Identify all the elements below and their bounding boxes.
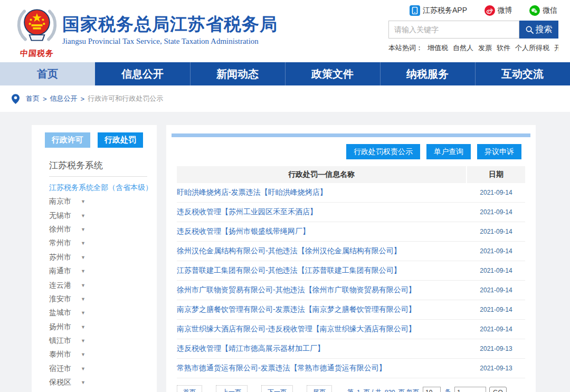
main-panel: 行政处罚权责公示 单户查询 异议申诉 行政处罚—信息名称 日期 盱眙洪峰烧烤店-… [166,125,536,392]
nav-item-tax-service[interactable]: 纳税服务 [380,62,475,85]
go-button[interactable]: GO [489,387,507,392]
crumb-current: 行政许可和行政处罚公示 [88,94,163,103]
table-row: 南京世织缘大酒店有限公司-违反税收管理【南京世织缘大酒店有限公司】2021-09… [177,320,525,339]
city-item-yangzhou[interactable]: 扬州市▼ [49,320,157,334]
row-link[interactable]: 违反税收管理【靖江市德高展示器材加工厂】 [177,344,467,353]
table-row: 江苏普联建工集团有限公司-其他违法【江苏普联建工集团有限公司】2021-09-1… [177,261,525,281]
hot-word-link[interactable]: 软件 [497,44,510,52]
city-item-suqian[interactable]: 宿迁市▼ [49,362,157,376]
city-label: 连云港 [49,281,71,290]
nav-item-home[interactable]: 首页 [0,62,95,85]
row-date: 2021-09-14 [467,208,525,216]
city-label: 常州市 [49,238,71,248]
city-item-yuanqu[interactable]: 园区▼ [49,389,157,392]
city-label: 南京市 [49,197,71,206]
city-item-huaian[interactable]: 淮安市▼ [49,292,157,306]
objection-appeal-button[interactable]: 异议申诉 [477,144,521,159]
logo-caption: 中国税务 [12,49,62,59]
nav-item-interaction[interactable]: 互动交流 [475,62,570,85]
row-date: 2021-09-14 [467,306,525,313]
prev-page-button[interactable]: 上一页 [216,385,248,392]
quick-links: 江苏税务APP 微博 微信 [388,4,558,16]
row-link[interactable]: 徐州市广联物资贸易有限公司-其他违法【徐州市广联物资贸易有限公司】 [177,285,467,295]
per-page-input[interactable] [423,387,441,392]
location-pin-icon [12,94,20,104]
hot-word-link[interactable]: 开 [554,44,558,52]
row-link[interactable]: 江苏普联建工集团有限公司-其他违法【江苏普联建工集团有限公司】 [177,266,467,275]
search-icon [526,26,534,34]
action-buttons: 行政处罚权责公示 单户查询 异议申诉 [166,144,521,159]
chevron-down-icon: ▼ [81,227,86,232]
chevron-down-icon: ▼ [81,255,86,260]
row-link[interactable]: 南京梦之膳餐饮管理有限公司-发票违法【南京梦之膳餐饮管理有限公司】 [177,305,467,314]
page-of-label: 页 / 共 [364,388,382,392]
city-item-zhenjiang[interactable]: 镇江市▼ [49,334,157,348]
city-item-yancheng[interactable]: 盐城市▼ [49,306,157,320]
city-item-nantong[interactable]: 南通市▼ [49,264,157,278]
crumb-separator: > [81,95,85,103]
city-item-nanjing[interactable]: 南京市▼ [49,195,157,208]
city-item-baoshuiqu[interactable]: 保税区▼ [49,376,157,389]
sidebar-tabs: 行政许可 行政处罚 [45,132,157,148]
nav-item-news[interactable]: 新闻动态 [190,62,285,85]
goto-page-input[interactable] [454,387,486,392]
nav-item-policy[interactable]: 政策文件 [285,62,380,85]
crumb-info-disclosure[interactable]: 信息公开 [50,94,78,103]
city-label: 镇江市 [49,336,71,346]
chevron-down-icon: ▼ [81,297,86,302]
hot-word-link[interactable]: 自然人 [453,44,473,52]
table-row: 常熟市德通货运有限公司-发票违法【常熟市德通货运有限公司】2021-09-13 [177,359,525,378]
weibo-icon [484,5,495,16]
hot-word-link[interactable]: 个人所得税 [515,44,549,52]
table-row: 违反税收管理【靖江市德高展示器材加工厂】2021-09-13 [177,339,525,359]
city-label: 泰州市 [49,350,71,359]
city-item-suzhou[interactable]: 苏州市▼ [49,251,157,264]
city-label: 南通市 [49,266,71,276]
city-label: 徐州市 [49,225,71,234]
wechat-link[interactable]: 微信 [529,5,557,16]
row-link[interactable]: 徐州汉伦金属结构有限公司-其他违法【徐州汉伦金属结构有限公司】 [177,246,467,256]
next-page-button[interactable]: 下一页 [261,385,293,392]
decorative-strip [172,133,530,137]
city-item-changzhou[interactable]: 常州市▼ [49,236,157,250]
sidebar: 行政许可 行政处罚 江苏税务系统 江苏税务系统全部（含省本级） 南京市▼ 无锡市… [32,125,157,392]
city-item-taizhou[interactable]: 泰州市▼ [49,348,157,361]
city-list: 南京市▼ 无锡市▼ 徐州市▼ 常州市▼ 苏州市▼ 南通市▼ 连云港▼ 淮安市▼ … [49,195,157,392]
row-link[interactable]: 常熟市德通货运有限公司-发票违法【常熟市德通货运有限公司】 [177,364,467,373]
sidebar-all-link[interactable]: 江苏税务系统全部（含省本级） [49,183,157,193]
tab-admin-penalty[interactable]: 行政处罚 [98,132,143,148]
city-label: 淮安市 [49,294,71,304]
crumb-home[interactable]: 首页 [26,94,40,103]
search-input[interactable] [388,21,519,39]
app-link[interactable]: 江苏税务APP [410,5,467,16]
row-link[interactable]: 违反税收管理【苏州工业园区禾至禾酒店】 [177,207,467,217]
single-household-query-button[interactable]: 单户查询 [426,144,471,159]
chevron-down-icon: ▼ [81,213,86,218]
city-item-wuxi[interactable]: 无锡市▼ [49,208,157,222]
search-button[interactable]: 搜索 [519,21,558,39]
table-row: 徐州市广联物资贸易有限公司-其他违法【徐州市广联物资贸易有限公司】2021-09… [177,281,525,300]
hot-words-label: 本站热词： [388,44,423,52]
city-label: 无锡市 [49,211,71,221]
weibo-link[interactable]: 微博 [484,5,512,16]
row-link[interactable]: 南京世织缘大酒店有限公司-违反税收管理【南京世织缘大酒店有限公司】 [177,324,467,334]
site-logo: 中国税务 [13,3,61,59]
hot-words: 本站热词：增值税自然人发票软件个人所得税开 [388,43,558,53]
tab-admin-license[interactable]: 行政许可 [45,132,90,148]
city-item-xuzhou[interactable]: 徐州市▼ [49,223,157,236]
hot-word-link[interactable]: 发票 [478,44,492,52]
nav-item-info-disclosure[interactable]: 信息公开 [95,62,190,85]
row-date: 2021-09-13 [467,365,525,372]
penalty-duty-disclosure-button[interactable]: 行政处罚权责公示 [346,144,420,159]
chevron-down-icon: ▼ [81,352,86,357]
city-item-lianyungang[interactable]: 连云港▼ [49,278,157,292]
hot-word-link[interactable]: 增值税 [428,44,448,52]
row-link[interactable]: 盱眙洪峰烧烤店-发票违法【盱眙洪峰烧烤店】 [177,188,467,197]
last-page-button[interactable]: 尾页 [307,385,332,392]
site-title: 国家税务总局江苏省税务局 [62,13,278,36]
chevron-down-icon: ▼ [81,199,86,204]
first-page-button[interactable]: 首页 [177,385,202,392]
wechat-icon [529,5,540,16]
chevron-down-icon: ▼ [81,324,86,330]
row-link[interactable]: 违反税收管理【扬州市银盛线带绳网厂】 [177,227,467,236]
